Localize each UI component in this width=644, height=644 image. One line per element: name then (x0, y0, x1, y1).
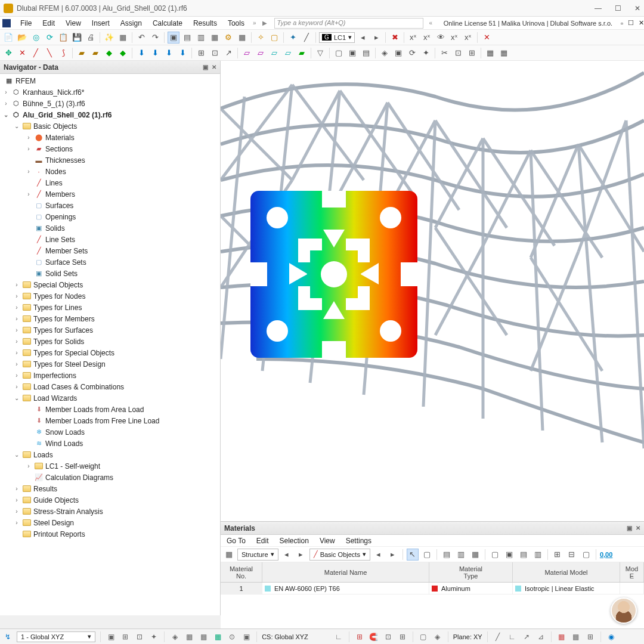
sb-grid-a-icon[interactable]: ▦ (556, 631, 567, 642)
tree-item[interactable]: Load Cases & Combinations (33, 383, 124, 391)
sb-f-icon[interactable]: ▦ (184, 631, 194, 642)
sb-cloud-icon[interactable]: ◉ (606, 631, 617, 642)
app-menu-icon[interactable] (2, 19, 11, 27)
grp-d-icon[interactable]: ▱ (282, 47, 294, 59)
sb-a-icon[interactable]: ▣ (106, 631, 116, 642)
view-cube-icon[interactable]: ▣ (392, 47, 404, 59)
maximize-button[interactable]: ☐ (615, 4, 621, 13)
load-b-icon[interactable]: ⬇ (149, 47, 161, 59)
view-1-icon[interactable]: ▣ (168, 32, 179, 44)
col-model[interactable]: Material Model (513, 562, 620, 582)
box-icon[interactable]: ▢ (268, 32, 280, 44)
mat-e-icon[interactable]: ▣ (503, 549, 515, 561)
search-go-icon[interactable]: ▶ (260, 20, 270, 26)
grp-e-icon[interactable]: ▰ (296, 47, 308, 59)
search-input[interactable]: Type a keyword (Alt+Q) (274, 18, 423, 29)
navigator-tree[interactable]: ▦RFEM ›⬡Kranhaus_Nick.rf6* ›⬡Bühne_5_(1)… (0, 74, 220, 615)
tree-item[interactable]: Materials (45, 134, 75, 142)
point-icon[interactable]: ✕ (16, 47, 28, 59)
grp-a-icon[interactable]: ▱ (241, 47, 253, 59)
sb-e-icon[interactable]: ◈ (169, 631, 180, 642)
tree-item[interactable]: Lines (45, 179, 63, 187)
mat-h-icon[interactable]: ⊞ (552, 549, 564, 561)
tree-item[interactable]: Sections (45, 145, 73, 153)
mat-prev2-icon[interactable]: ◂ (373, 549, 385, 561)
tree-item[interactable]: Stress-Strain Analysis (33, 507, 103, 516)
mat-a-icon[interactable]: ▤ (441, 549, 453, 561)
sect-b-icon[interactable]: ▰ (89, 47, 101, 59)
mat-next2-icon[interactable]: ▸ (387, 549, 399, 561)
view-4-icon[interactable]: ▦ (209, 32, 221, 44)
tree-item[interactable]: LC1 - Self-weight (45, 462, 100, 470)
sb-grid-b-icon[interactable]: ▦ (571, 631, 581, 642)
arc-icon[interactable]: ⟆ (57, 47, 69, 59)
grp-b-icon[interactable]: ▱ (255, 47, 267, 59)
mat-box-icon[interactable]: ▢ (421, 549, 433, 561)
undo-icon[interactable]: ↶ (135, 32, 147, 44)
tree-item[interactable]: Member Loads from Free Line Load (45, 417, 159, 425)
node-tool-icon[interactable]: ✦ (287, 32, 299, 44)
close-button[interactable]: ✕ (634, 4, 640, 13)
tree-item[interactable]: Calculation Diagrams (45, 473, 113, 482)
sb-d-icon[interactable]: ✦ (148, 631, 159, 642)
tree-item[interactable]: Wind Loads (45, 439, 83, 448)
menu-view[interactable]: View (61, 18, 86, 29)
mat-prev-icon[interactable]: ◂ (281, 549, 293, 561)
dim-b-icon[interactable]: ⊡ (209, 47, 221, 59)
tree-item[interactable]: Surface Sets (45, 258, 86, 267)
tree-item[interactable]: Solids (45, 224, 65, 233)
dim-y-icon[interactable]: xˣ (421, 32, 433, 44)
lc-prev-icon[interactable]: ◂ (357, 32, 369, 44)
view-axis-icon[interactable]: ✦ (420, 47, 432, 59)
mat-next-icon[interactable]: ▸ (295, 549, 307, 561)
tree-item[interactable]: Line Sets (45, 236, 75, 244)
grid-b-icon[interactable]: ▦ (498, 47, 510, 59)
menu-calculate[interactable]: Calculate (148, 18, 187, 29)
mat-j-icon[interactable]: ▢ (580, 549, 592, 561)
mat-menu-goto[interactable]: Go To (227, 537, 246, 545)
snap-b-icon[interactable]: 🧲 (369, 631, 379, 642)
view-2-icon[interactable]: ▤ (181, 32, 193, 44)
print-icon[interactable]: 🖨 (85, 32, 97, 44)
mat-i-icon[interactable]: ⊟ (566, 549, 578, 561)
view-rot-icon[interactable]: ⟳ (406, 47, 418, 59)
tree-load-wizards[interactable]: Load Wizards (33, 394, 77, 402)
mat-menu-view[interactable]: View (320, 537, 335, 545)
view-iso-icon[interactable]: ◈ (379, 47, 391, 59)
snap-a-icon[interactable]: ⊞ (354, 631, 365, 642)
tree-item[interactable]: Member Loads from Area Load (45, 405, 144, 414)
col-mode[interactable]: Mod E (620, 562, 644, 582)
tree-item[interactable]: Types for Surfaces (33, 326, 93, 335)
delete-icon[interactable]: ✕ (481, 32, 493, 44)
view-3-icon[interactable]: ▥ (195, 32, 207, 44)
sb-n-icon[interactable]: ╱ (493, 631, 503, 642)
dim-w-icon[interactable]: xˣ (462, 32, 474, 44)
loadcase-selector[interactable]: GLC1▾ (319, 32, 355, 43)
cs-icon[interactable]: ↯ (2, 631, 13, 642)
wand-icon[interactable]: ✧ (255, 32, 267, 44)
panel-close-icon[interactable]: ✕ (636, 525, 640, 531)
assistant-avatar[interactable] (611, 597, 637, 624)
mat-d-icon[interactable]: ▢ (489, 549, 501, 561)
tree-root[interactable]: RFEM (16, 77, 36, 85)
surf-a-icon[interactable]: ◆ (103, 47, 115, 59)
vis-icon[interactable]: 👁 (435, 32, 447, 44)
redo-icon[interactable]: ↷ (149, 32, 161, 44)
tree-item[interactable]: Members (45, 190, 75, 199)
line-b-icon[interactable]: ╲ (44, 47, 55, 59)
snap-c-icon[interactable]: ⊡ (383, 631, 394, 642)
sync-icon[interactable]: ⟳ (44, 32, 55, 44)
results-icon[interactable]: ▦ (236, 32, 248, 44)
clip-c-icon[interactable]: ⊞ (466, 47, 478, 59)
dim-c-icon[interactable]: ↗ (222, 47, 234, 59)
menu-file[interactable]: File (16, 18, 36, 29)
support-icon[interactable]: ✖ (389, 32, 401, 44)
tree-loads[interactable]: Loads (33, 451, 53, 459)
tree-file[interactable]: Kranhaus_Nick.rf6* (23, 88, 84, 97)
win-c-icon[interactable]: ▤ (360, 47, 372, 59)
tree-item[interactable]: Thicknesses (45, 156, 85, 165)
lc-next-icon[interactable]: ▸ (370, 32, 382, 44)
cloud-icon[interactable]: ◎ (30, 32, 42, 44)
basic-objects-dropdown[interactable]: ╱Basic Objects▾ (309, 549, 370, 561)
table-icon[interactable]: ▦ (117, 32, 129, 44)
